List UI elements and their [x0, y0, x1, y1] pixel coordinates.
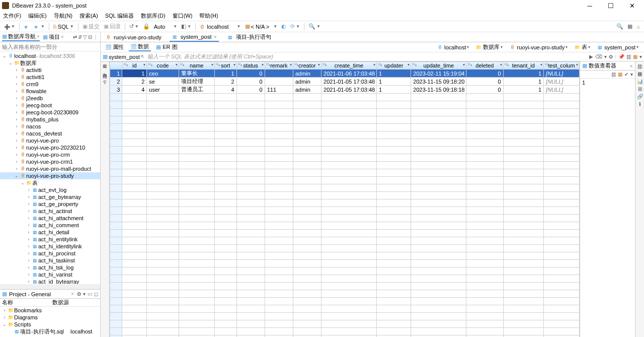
column-header[interactable]: ¹²₃create_time▾ [321, 62, 377, 70]
cell[interactable]: 2 [122, 78, 147, 86]
cell[interactable]: [NULL] [544, 86, 580, 94]
sort-icon[interactable]: ¹²₃ [123, 62, 127, 67]
filter-icon[interactable]: ▾ [211, 62, 213, 67]
breadcrumb-chip[interactable]: system_post▾ [594, 44, 641, 51]
cell[interactable]: 2023-11-15 09:18:20 [411, 78, 466, 86]
cell[interactable]: 0 [236, 78, 265, 86]
tree-row[interactable]: ›activiti [0, 66, 100, 74]
tree-row[interactable]: ›act_hi_varinst [0, 271, 100, 278]
grid-text-icon[interactable]: ✎ [103, 73, 107, 78]
strip-panels-icon[interactable]: ▥ [637, 63, 642, 69]
project-row[interactable]: 项目-执行语句.sqllocalhost [0, 328, 100, 335]
sort-icon[interactable]: ¹²₃ [216, 62, 220, 67]
grid-mode-icon[interactable]: ▦ [103, 63, 107, 69]
column-header[interactable]: ¹²₃code▾ [147, 62, 179, 70]
cell[interactable]: admin [293, 86, 321, 94]
twisty-icon[interactable]: › [26, 279, 31, 284]
project-col-name[interactable]: 名称 [0, 299, 50, 306]
column-header[interactable]: ¹²₃id▾ [122, 62, 147, 70]
db-tree[interactable]: ⌄localhost - localhost:3306⌄数据库›activiti… [0, 51, 100, 284]
table-row[interactable]: 11ceo董事长10admin2021-01-06 17:03:4812023-… [110, 70, 580, 78]
project-col-ds[interactable]: 数据源 [50, 299, 101, 306]
cell[interactable]: [NULL] [544, 78, 580, 86]
cell[interactable]: 111 [265, 86, 293, 94]
tree-row[interactable]: ›act_evt_log [0, 186, 100, 193]
column-header[interactable]: ¹²₃tenant_id▾ [503, 62, 544, 70]
cell[interactable]: 2021-01-06 17:03:48 [321, 70, 377, 78]
tree-row[interactable]: ›crm9 [0, 81, 100, 88]
vv-more-icon[interactable]: ▾ [630, 72, 633, 77]
twisty-icon[interactable]: › [14, 68, 19, 73]
tree-row[interactable]: ⌄ruoyi-vue-pro-study [0, 172, 100, 179]
cell[interactable]: 项目经理 [179, 78, 214, 86]
commit-button[interactable]: ▣提交 [82, 23, 101, 30]
filter-icon[interactable]: ▾ [500, 62, 502, 67]
tree-row[interactable]: ›act_hi_actinst [0, 208, 100, 215]
cell[interactable]: 4 [122, 86, 147, 94]
cell[interactable] [265, 78, 293, 86]
cell[interactable]: 0 [466, 78, 503, 86]
grid-chart-icon[interactable]: ⚲ [103, 80, 107, 85]
cell[interactable]: se [147, 78, 179, 86]
column-header[interactable]: ¹²₃status▾ [236, 62, 265, 70]
filter-panel-icon[interactable]: ▦ [633, 54, 637, 59]
row-number[interactable]: 1 [110, 70, 122, 78]
sub-tab[interactable]: ▦ 属性 [104, 43, 126, 51]
breadcrumb-chip[interactable]: 数据库▾ [472, 43, 505, 51]
filter-icon[interactable]: ▾ [463, 62, 465, 67]
cell[interactable]: 2021-01-05 17:03:48 [321, 86, 377, 94]
tree-row[interactable]: ›act_hi_tsk_log [0, 264, 100, 271]
cell[interactable]: 1 [503, 70, 544, 78]
home-button[interactable]: ⌂ [635, 24, 641, 30]
twisty-icon[interactable]: › [14, 166, 19, 171]
twisty-icon[interactable]: › [26, 230, 31, 235]
tree-row[interactable]: ›act_hi_attachment [0, 215, 100, 222]
cell[interactable]: 2 [214, 78, 236, 86]
sub-tab[interactable]: ▦ ER 图 [154, 43, 179, 51]
tree-row[interactable]: ›act_hi_taskinst [0, 257, 100, 264]
tree-row[interactable]: ›activiti1 [0, 74, 100, 81]
search-dropdown[interactable]: 🔍▼ [307, 23, 321, 30]
tree-row[interactable]: ›act_ge_bytearray [0, 193, 100, 200]
breadcrumb-chip[interactable]: localhost▾ [434, 44, 471, 51]
new-sql-button[interactable] [23, 24, 31, 30]
cell[interactable]: 1 [503, 78, 544, 86]
table-row[interactable]: 22se项目经理20admin2021-01-05 17:03:4812023-… [110, 78, 580, 86]
sort-icon[interactable]: ¹²₃ [148, 62, 152, 67]
auto-commit-dropdown[interactable]: Auto▼ [153, 24, 179, 30]
twisty-icon[interactable]: › [14, 110, 19, 115]
strip-group-icon[interactable]: ⊞ [638, 86, 642, 92]
cell[interactable]: 1 [376, 86, 411, 94]
twisty-icon[interactable]: › [14, 152, 19, 157]
twisty-icon[interactable]: › [26, 244, 31, 249]
twisty-icon[interactable]: › [26, 272, 31, 277]
vv-apply-icon[interactable]: ✔ [624, 72, 628, 77]
twisty-icon[interactable]: › [26, 187, 31, 192]
twisty-icon[interactable]: › [26, 209, 31, 214]
tree-row[interactable]: ›jeecg-boot [0, 102, 100, 109]
cell[interactable]: 2023-02-11 15:19:04 [411, 70, 466, 78]
twisty-icon[interactable]: › [26, 201, 31, 207]
project-row[interactable]: ›Diagrams [0, 314, 100, 321]
breadcrumb-chip[interactable]: ruoyi-vue-pro-study▾ [506, 44, 570, 51]
tree-row[interactable]: ›act_hi_identitylink [0, 243, 100, 250]
cell[interactable]: 1 [214, 70, 236, 78]
sort-icon[interactable]: ¹²₃ [294, 62, 298, 67]
tree-row[interactable]: ›ruoyi-vue-pro-crm [0, 151, 100, 158]
filter-icon[interactable]: ▾ [176, 62, 178, 67]
nav-tab[interactable]: ▦项目× [43, 33, 64, 41]
cell[interactable]: admin [293, 70, 321, 78]
twisty-icon[interactable]: ⌄ [20, 180, 25, 185]
twisty-icon[interactable]: › [14, 131, 19, 136]
twisty-icon[interactable]: › [14, 159, 19, 164]
filter-history-icon[interactable]: ▾ [604, 54, 607, 59]
menu-item[interactable]: 窗口(W) [173, 12, 193, 20]
strip-calc-icon[interactable]: 📊 [637, 79, 643, 84]
sort-icon[interactable]: ¹²₃ [266, 62, 270, 67]
cell[interactable]: 0 [236, 70, 265, 78]
tx-lock-button[interactable]: 🔒 [142, 23, 151, 30]
tree-row[interactable]: ⌄localhost - localhost:3306 [0, 52, 100, 59]
cell[interactable]: 0 [466, 70, 503, 78]
project-new-icon[interactable]: ▾ [83, 291, 86, 297]
close-icon[interactable]: × [61, 34, 64, 40]
